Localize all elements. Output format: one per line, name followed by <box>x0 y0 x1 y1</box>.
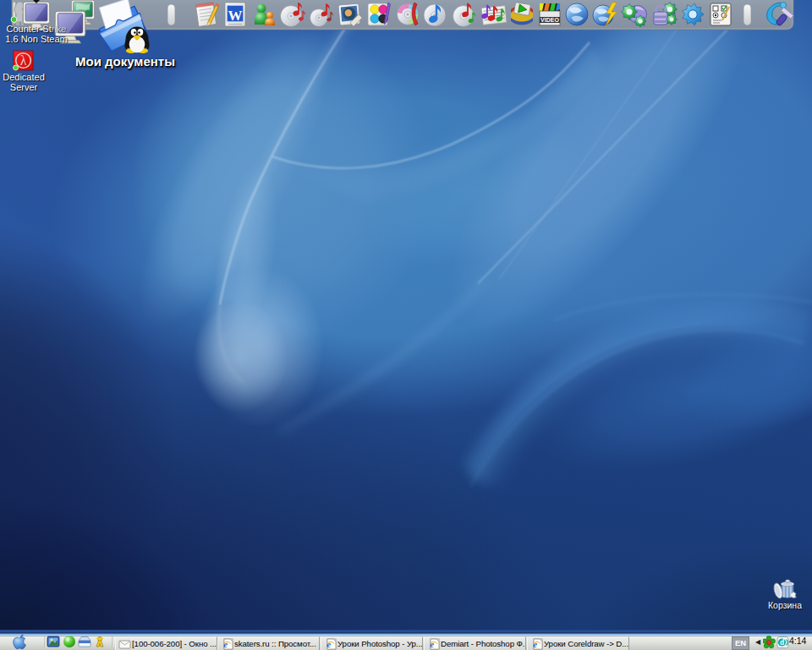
svg-text:W: W <box>228 8 243 24</box>
svg-text:d: d <box>780 638 784 647</box>
svg-text:VIDEO: VIDEO <box>540 17 559 23</box>
svg-text:e: e <box>430 639 434 649</box>
svg-text:e: e <box>533 639 537 649</box>
svg-text:e: e <box>326 639 331 649</box>
svg-text:e: e <box>223 639 228 649</box>
